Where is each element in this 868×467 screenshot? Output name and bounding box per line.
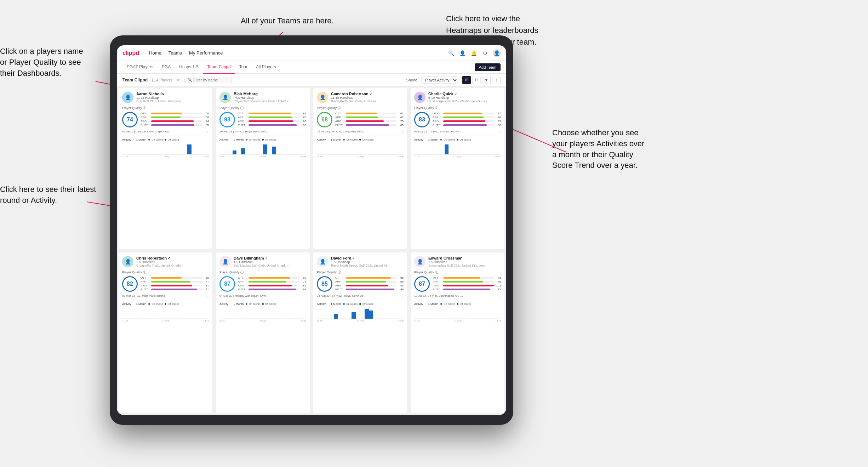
quality-score[interactable]: 68 [317,112,332,127]
player-name[interactable]: Edward Crossman [428,256,501,260]
stat-value: 77 [495,112,501,115]
chart-bar [192,154,196,154]
chart-bar [484,154,488,154]
quality-score[interactable]: 74 [122,112,138,127]
player-card[interactable]: 👤 Dave Billingham✓ 1-5 Handicap Sag Magi… [216,252,310,414]
nav-teams[interactable]: Teams [169,50,182,56]
sort-button[interactable]: ↕ [492,76,501,84]
chart-bar [179,318,183,319]
recent-round[interactable]: 26 Aug 23 | 84 (+12), Royal North Devon … [317,294,404,298]
quality-score[interactable]: 93 [219,112,235,127]
chart-bar [369,311,373,319]
annotation-activities: Choose whether you seeyour players Activ… [552,127,644,171]
search-icon[interactable]: 🔍 [447,50,455,57]
quality-label: Player Quality ⓘ [219,106,306,110]
recent-round[interactable]: 04 Sep 23 | Mobility with coach, Gym → [219,294,306,298]
bell-icon[interactable]: 🔔 [470,50,477,57]
player-name[interactable]: Aaron Nicholls [136,92,209,96]
recent-round[interactable]: 18 Jul 23 | 74 (+4), Sunningdale GC - Ol… [414,294,501,298]
quality-score[interactable]: 87 [219,276,235,292]
tab-team-clippd[interactable]: Team Clippd [203,61,235,74]
player-card[interactable]: 👤 David Ford✓ 1-5 Handicap Royal North D… [313,252,407,414]
on-course-dot [246,303,247,305]
stat-value: 60 [203,112,209,115]
filter-input[interactable] [193,78,229,82]
activity-period: 1 Month [136,302,146,306]
chart-bar [445,144,449,154]
stat-label: APP [335,280,344,283]
brand-logo[interactable]: clippd [122,50,139,56]
quality-score[interactable]: 83 [414,112,430,127]
player-card[interactable]: 👤 Edward Crossman 1-5 Handicap Sunningda… [410,252,505,414]
chart-labels: 31 Jul21 Aug4 Sep [219,320,306,322]
nav-performance[interactable]: My Performance [189,50,223,56]
chart-bar [241,318,245,319]
grid-view-button[interactable]: ⊞ [462,76,471,84]
quality-score[interactable]: 85 [317,276,332,292]
activity-period: 1 Month [428,138,438,141]
quality-score[interactable]: 87 [414,276,430,292]
avatar-icon[interactable]: 👤 [493,49,501,57]
player-name[interactable]: Charlie Quick✓ [428,92,501,96]
chart-bar [458,154,462,154]
player-card[interactable]: 👤 Chris Robertson✓ 1-5 Handicap Craigmil… [118,252,213,414]
player-card[interactable]: 👤 Blair McHarg Plus Handicap Royal North… [216,88,310,249]
tab-hcaps[interactable]: Hcaps 1-5 [175,61,203,74]
chart-label: 21 Aug [162,155,169,158]
on-course-label: On course [444,303,455,305]
on-course-label: On course [249,303,260,305]
chart-bar [280,318,284,319]
recent-round[interactable]: 02 Sep 23 | Sunset round to get back int… [122,130,209,133]
tab-pgat[interactable]: PGAT Players [122,61,158,74]
quality-score[interactable]: 82 [122,276,138,292]
chart-bar [153,318,156,319]
chart-bar [196,318,200,319]
chart-bar [360,154,364,154]
annotation-teams: All of your Teams are here. [241,16,334,27]
player-club: Sunningdale Golf Club, United Kingdom [428,264,501,267]
recent-round[interactable]: 03 Mar 23 | 19, Must make putting → [122,294,209,298]
quality-label: Player Quality ⓘ [219,270,306,275]
chart-bar [263,318,267,319]
chart-bar [492,154,496,154]
chart-label: 4 Sep [495,155,501,158]
on-course-label: On course [152,138,163,141]
recent-round[interactable]: 02 Jul 23 | 59 (+17), Craigmillar Park G… [317,130,404,133]
show-select[interactable]: Player Activity [421,76,458,84]
recent-round[interactable]: 26 Aug 23 | 73 (+1), Royal North Devon G… [219,130,306,133]
player-name[interactable]: Cameron Robertson✓ [331,92,404,96]
player-card[interactable]: 👤 Charlie Quick✓ 6-10 Handicap St. Georg… [410,88,505,249]
add-team-button[interactable]: Add Team [475,63,501,71]
chart-bar [272,318,276,319]
chart-bar [321,154,325,154]
nav-home[interactable]: Home [149,50,161,56]
settings-icon[interactable]: ⚙ [481,50,489,57]
player-card[interactable]: 👤 Cameron Robertson✓ 11-15 Handicap Roya… [313,88,407,249]
chart-bar [462,154,466,154]
recent-arrow: → [205,294,209,298]
tab-pga[interactable]: PGA [158,61,175,74]
filter-box[interactable]: 🔍 [184,77,232,83]
edit-icon[interactable]: ✏ [177,78,180,82]
tab-all-players[interactable]: All Players [252,61,280,74]
stat-value: 75 [398,120,404,123]
player-name[interactable]: Chris Robertson✓ [136,256,209,260]
person-icon[interactable]: 👤 [459,50,466,57]
recent-round[interactable]: 07 Aug 23 | 77 (+7), St George's Hill GC… [414,130,501,133]
activity-section: Activity · 1 Month On course Off course … [122,136,209,158]
list-view-button[interactable]: ⊟ [472,76,481,84]
player-name[interactable]: David Ford✓ [331,256,404,260]
filter-button[interactable]: ▼ [482,76,491,84]
chart-bars [219,307,306,319]
chart-bar [400,318,404,319]
mini-chart: 31 Jul21 Aug4 Sep [219,143,306,158]
activity-section: Activity · 1 Month On course Off course … [219,136,306,158]
player-name[interactable]: Blair McHarg [234,92,306,96]
activity-section: Activity · 1 Month On course Off course … [219,300,306,323]
chart-bar [224,318,228,319]
stat-bar [346,116,396,118]
activity-dot: · [425,303,426,305]
player-card[interactable]: 👤 Aaron Nicholls 11-15 Handicap Drift Go… [118,88,213,249]
player-name[interactable]: Dave Billingham✓ [234,256,306,260]
tab-tour[interactable]: Tour [235,61,252,74]
